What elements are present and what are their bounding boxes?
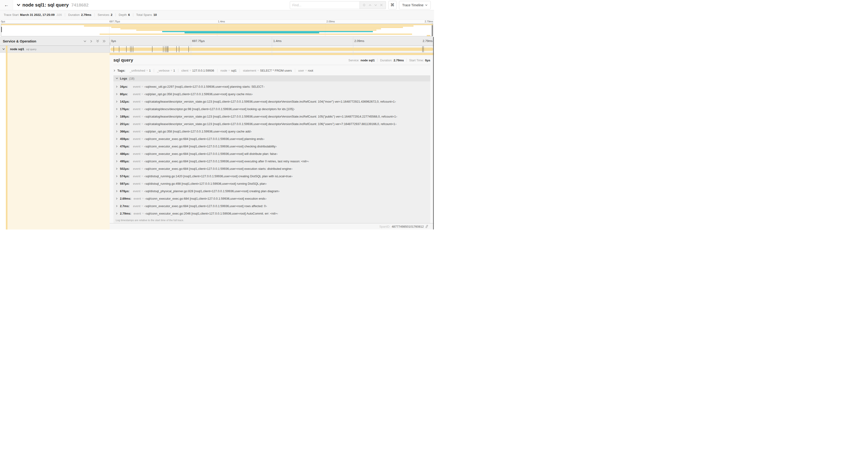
log-row[interactable]: 366μs:event=sql/plan_opt.go:358 [nsql1,c… <box>114 128 430 135</box>
equals-sign: = <box>142 167 143 170</box>
tag-item[interactable]: user=root <box>295 69 316 72</box>
chevron-right-icon[interactable] <box>116 108 118 110</box>
chevron-right-icon[interactable] <box>116 130 118 132</box>
double-chevron-down-icon[interactable] <box>96 40 99 43</box>
chevron-right-icon[interactable] <box>116 145 118 147</box>
equals-sign: = <box>142 137 143 140</box>
tag-item[interactable]: client=127.0.0.1:59936 <box>178 69 217 72</box>
keyboard-shortcuts-button[interactable]: ⌘ <box>388 1 397 9</box>
span-row-name-cell[interactable]: node sql1 sql query <box>0 46 110 53</box>
log-row[interactable]: 2.69ms:event=sql/conn_executor_exec.go:6… <box>114 195 430 202</box>
chevron-right-icon[interactable] <box>116 123 118 125</box>
log-field-value: sql/catalog/lease/descriptor_version_sta… <box>144 115 397 118</box>
log-row[interactable]: 2.7ms:event=sql/conn_executor_exec.go:68… <box>114 202 430 210</box>
timeline-minimap[interactable]: 0μs697.75μs1.4ms2.09ms2.79ms <box>0 20 434 37</box>
tag-item[interactable]: _verbose=1 <box>154 69 178 72</box>
chevron-down-icon[interactable] <box>17 3 20 7</box>
log-field-value: sql/plan_opt.go:358 [nsql1,client=127.0.… <box>144 130 251 133</box>
chevron-right-icon[interactable] <box>116 86 118 88</box>
log-field-value: sql/plan_opt.go:358 [nsql1,client=127.0.… <box>144 92 253 96</box>
tags-accordion[interactable]: Tags: _unfinished=1_verbose=1client=127.… <box>114 67 430 74</box>
tag-item[interactable]: _unfinished=1 <box>127 69 154 72</box>
stat-item: Depth6 <box>119 13 130 17</box>
tag-value: root <box>308 69 313 72</box>
minimap-canvas[interactable] <box>1 24 433 36</box>
log-row[interactable]: 2.79ms:event=sql/conn_executor_exec.go:2… <box>114 210 430 217</box>
chevron-right-icon[interactable] <box>116 160 118 162</box>
log-row[interactable]: 597μs:event=sql/distsql_running.go:498 [… <box>114 180 430 187</box>
chevron-right-icon <box>114 69 116 72</box>
chevron-right-icon[interactable] <box>116 205 118 207</box>
axis-tick-label: 2.79ms <box>423 39 433 43</box>
stat-label: Duration <box>68 13 80 17</box>
log-row[interactable]: 495μs:event=sql/conn_executor_exec.go:68… <box>114 157 430 165</box>
back-button[interactable]: ← <box>0 0 13 10</box>
chevron-down-icon <box>116 77 118 79</box>
tag-list: _unfinished=1_verbose=1client=127.0.0.1:… <box>127 69 316 72</box>
log-row[interactable]: 80μs:event=sql/plan_opt.go:358 [nsql1,cl… <box>114 90 430 98</box>
tag-item[interactable]: statement=SELECT * FROM users <box>240 69 295 72</box>
chevron-right-icon[interactable] <box>116 175 118 177</box>
close-icon[interactable] <box>380 4 383 6</box>
minimap-span-bar <box>120 28 381 29</box>
chevron-right-icon[interactable] <box>116 138 118 140</box>
log-row[interactable]: 486μs:event=sql/conn_executor_exec.go:68… <box>114 150 430 157</box>
log-row[interactable]: 176μs:event=sql/catalog/descs/descriptor… <box>114 105 430 113</box>
span-detail-meta: Service:node sql1Duration:2.79msStart Ti… <box>348 59 430 62</box>
log-row[interactable]: 459μs:event=sql/conn_executor_exec.go:68… <box>114 135 430 142</box>
tag-key: user <box>298 69 304 72</box>
page-title: node sql1: sql query <box>22 2 69 8</box>
double-chevron-right-icon[interactable] <box>103 40 106 43</box>
link-icon[interactable] <box>425 225 428 228</box>
log-row[interactable]: 574μs:event=sql/distsql_running.go:1420 … <box>114 172 430 180</box>
span-id-label: SpanID: <box>379 225 391 228</box>
minimap-right-drag-handle[interactable] <box>432 24 433 36</box>
log-row[interactable]: 678μs:event=sql/distsql_physical_planner… <box>114 187 430 195</box>
chevron-down-icon[interactable] <box>374 4 377 6</box>
minimap-span-bar <box>1 24 433 25</box>
stat-label: Depth <box>119 13 127 17</box>
chevron-right-icon[interactable] <box>116 190 118 192</box>
selected-span-bar-cell[interactable] <box>110 53 434 55</box>
trace-view-selector[interactable]: Trace Timeline <box>399 1 431 9</box>
chevron-down-icon[interactable] <box>84 40 86 43</box>
log-row[interactable]: 476μs:event=sql/conn_executor_exec.go:68… <box>114 142 430 150</box>
chevron-right-icon[interactable] <box>116 212 118 215</box>
chevron-right-icon[interactable] <box>116 153 118 155</box>
stat-label: Trace Start <box>4 13 19 17</box>
chevron-right-icon[interactable] <box>116 116 118 118</box>
find-input[interactable] <box>290 1 360 9</box>
logs-accordion-header[interactable]: Logs (18) <box>114 75 430 81</box>
chevron-right-icon[interactable] <box>90 40 93 43</box>
log-field-name: event <box>133 137 141 141</box>
service-operation-header: Service & Operation <box>0 37 110 45</box>
equals-sign: = <box>142 212 144 215</box>
chevron-right-icon[interactable] <box>116 101 118 103</box>
tag-item[interactable]: node=sql1 <box>217 69 240 72</box>
meta-item: Duration:2.79ms <box>380 59 404 62</box>
log-row[interactable]: 189μs:event=sql/catalog/lease/descriptor… <box>114 113 430 120</box>
minimap-tick-label: 2.09ms <box>327 20 335 23</box>
selected-span-left-gutter <box>0 53 110 55</box>
chevron-up-icon[interactable] <box>369 4 371 6</box>
chevron-right-icon[interactable] <box>116 183 118 185</box>
span-row-bar-cell[interactable] <box>110 46 434 53</box>
log-row[interactable]: 34μs:event=sql/exec_util.go:2297 [nsql1,… <box>114 83 430 90</box>
chevron-right-icon[interactable] <box>116 198 118 200</box>
log-row[interactable]: 142μs:event=sql/catalog/lease/descriptor… <box>114 98 430 105</box>
chevron-down-icon[interactable] <box>2 48 5 51</box>
equals-sign: = <box>142 145 143 147</box>
log-row[interactable]: 201μs:event=sql/catalog/lease/descriptor… <box>114 120 430 128</box>
crosshair-icon[interactable] <box>363 3 366 6</box>
minimap-left-drag-handle[interactable] <box>1 27 2 32</box>
span-row-node-sql1[interactable]: node sql1 sql query <box>0 46 434 53</box>
log-row[interactable]: 502μs:event=sql/conn_executor_exec.go:68… <box>114 165 430 172</box>
equals-sign: = <box>142 175 143 177</box>
chevron-right-icon[interactable] <box>116 93 118 95</box>
meta-label: Service: <box>348 59 359 62</box>
log-event-tick <box>119 46 119 52</box>
chevron-right-icon[interactable] <box>116 168 118 170</box>
log-field-name: event <box>133 100 141 103</box>
log-timestamp: 176μs: <box>120 107 131 111</box>
vertical-scrollbar[interactable] <box>433 37 434 230</box>
